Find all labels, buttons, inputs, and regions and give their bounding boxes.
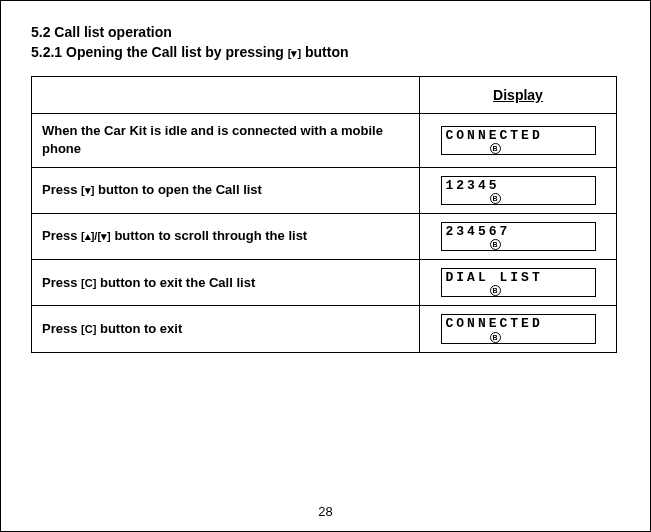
lcd-text: CONNECTED [446, 317, 591, 331]
lcd-text: 12345 [446, 179, 591, 193]
instruction-cell: When the Car Kit is idle and is connecte… [32, 114, 420, 167]
instr-text-pre: When the Car Kit is idle and is connecte… [42, 123, 383, 156]
empty-header [32, 77, 420, 114]
bluetooth-icon: B [490, 332, 501, 343]
instruction-cell: Press [▾] button to open the Call list [32, 167, 420, 213]
lcd-display: DIAL LIST B [441, 268, 596, 297]
headings-block: 5.2 Call list operation 5.2.1 Opening th… [31, 23, 620, 62]
table-row: When the Car Kit is idle and is connecte… [32, 114, 617, 167]
instr-text-post: button to exit [96, 321, 182, 336]
display-header: Display [420, 77, 617, 114]
table-row: Press [▴]/[▾] button to scroll through t… [32, 213, 617, 259]
instr-text-pre: Press [42, 182, 81, 197]
lcd-status-row: B [446, 239, 591, 249]
section-heading-2: 5.2.1 Opening the Call list by pressing … [31, 43, 620, 63]
up-down-button-symbol: [▴]/[▾] [81, 230, 111, 242]
call-list-table: Display When the Car Kit is idle and is … [31, 76, 617, 353]
lcd-text: CONNECTED [446, 129, 591, 143]
display-cell: 12345 B [420, 167, 617, 213]
heading2-suffix: button [301, 44, 348, 60]
lcd-display: CONNECTED B [441, 126, 596, 155]
table-row: Press [C] button to exit CONNECTED B [32, 306, 617, 352]
lcd-status-row: B [446, 285, 591, 295]
table-row: Press [C] button to exit the Call list D… [32, 260, 617, 306]
display-cell: 234567 B [420, 213, 617, 259]
lcd-display: 12345 B [441, 176, 596, 205]
bluetooth-icon: B [490, 239, 501, 250]
display-cell: CONNECTED B [420, 306, 617, 352]
bluetooth-icon: B [490, 143, 501, 154]
c-button-symbol: [C] [81, 323, 96, 335]
table-header-row: Display [32, 77, 617, 114]
lcd-status-row: B [446, 193, 591, 203]
lcd-text: 234567 [446, 225, 591, 239]
page-number: 28 [1, 504, 650, 519]
bluetooth-icon: B [490, 193, 501, 204]
section-heading-1: 5.2 Call list operation [31, 23, 620, 43]
lcd-display: 234567 B [441, 222, 596, 251]
page-frame: 5.2 Call list operation 5.2.1 Opening th… [0, 0, 651, 532]
lcd-display: CONNECTED B [441, 314, 596, 343]
instr-text-post: button to open the Call list [94, 182, 262, 197]
instruction-cell: Press [▴]/[▾] button to scroll through t… [32, 213, 420, 259]
instr-text-pre: Press [42, 275, 81, 290]
display-cell: DIAL LIST B [420, 260, 617, 306]
instruction-cell: Press [C] button to exit the Call list [32, 260, 420, 306]
down-button-symbol: [▾] [81, 184, 94, 196]
lcd-status-row: B [446, 143, 591, 153]
lcd-text: DIAL LIST [446, 271, 591, 285]
bluetooth-icon: B [490, 285, 501, 296]
down-button-symbol: [▾] [288, 47, 301, 59]
heading2-prefix: 5.2.1 Opening the Call list by pressing [31, 44, 288, 60]
display-cell: CONNECTED B [420, 114, 617, 167]
instr-text-pre: Press [42, 321, 81, 336]
c-button-symbol: [C] [81, 277, 96, 289]
instruction-cell: Press [C] button to exit [32, 306, 420, 352]
lcd-status-row: B [446, 332, 591, 342]
table-row: Press [▾] button to open the Call list 1… [32, 167, 617, 213]
instr-text-post: button to exit the Call list [96, 275, 255, 290]
instr-text-post: button to scroll through the list [111, 228, 307, 243]
instr-text-pre: Press [42, 228, 81, 243]
